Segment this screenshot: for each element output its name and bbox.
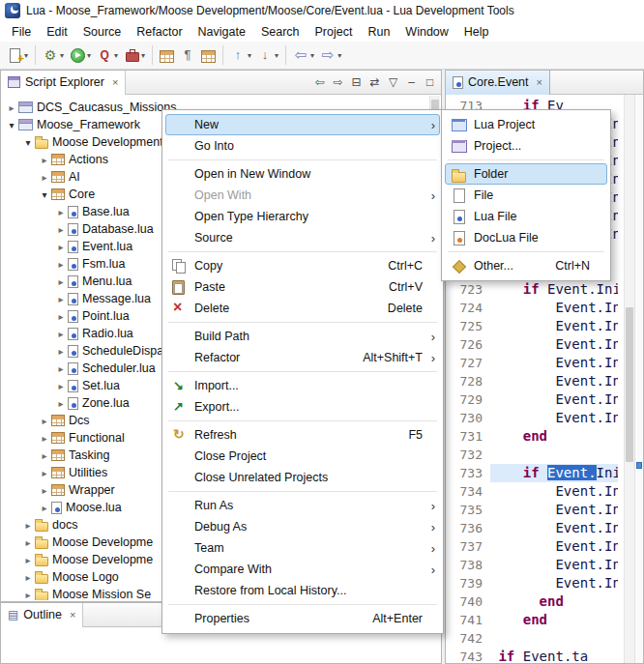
show-whitespace-button[interactable] bbox=[177, 43, 198, 67]
new-submenu-item-folder[interactable]: Folder bbox=[445, 163, 607, 185]
expand-arrow-icon[interactable]: ▸ bbox=[22, 555, 34, 565]
tab-core-event[interactable]: Core.Event × bbox=[446, 71, 550, 95]
code-line[interactable]: 733 if Event.IniObjectCategory bbox=[446, 464, 624, 482]
previous-annotation-button[interactable]: ▾ bbox=[227, 43, 254, 67]
context-menu-item-delete[interactable]: DeleteDelete bbox=[165, 298, 440, 319]
editor-scrollbar[interactable] bbox=[624, 95, 634, 663]
expand-arrow-icon[interactable]: ▸ bbox=[39, 416, 50, 426]
context-menu-item-run-as[interactable]: Run As› bbox=[165, 495, 440, 516]
context-menu-item-source[interactable]: Source› bbox=[165, 227, 440, 248]
expand-arrow-icon[interactable]: ▸ bbox=[22, 590, 34, 600]
debug-button[interactable]: ▾ bbox=[40, 43, 67, 67]
expand-arrow-icon[interactable]: ▸ bbox=[22, 572, 34, 583]
code-line[interactable]: 732 bbox=[446, 446, 624, 464]
code-line[interactable]: 743 if Event.ta bbox=[446, 648, 624, 663]
back-icon[interactable]: ⇦ bbox=[310, 73, 329, 91]
code-line[interactable]: 729 Event.IniGroup bbox=[446, 390, 624, 409]
code-line[interactable]: 736 Event.IniUnit bbox=[446, 519, 624, 537]
code-line[interactable]: 735 Event.IniUnitName bbox=[446, 501, 624, 519]
run-button[interactable]: ▾ bbox=[67, 43, 94, 67]
new-wizard-button[interactable]: ▾ bbox=[4, 43, 31, 67]
expand-arrow-icon[interactable]: ▸ bbox=[55, 224, 67, 235]
new-submenu-item-lua-project[interactable]: Lua Project bbox=[445, 114, 607, 135]
code-line[interactable]: 728 Event.IniGroupName bbox=[446, 372, 624, 390]
table-view-1-button[interactable] bbox=[157, 43, 177, 67]
collapse-arrow-icon[interactable]: ▾ bbox=[39, 189, 50, 200]
context-menu-item-refactor[interactable]: RefactorAlt+Shift+T› bbox=[165, 347, 440, 368]
context-menu-item-properties[interactable]: PropertiesAlt+Enter bbox=[165, 608, 440, 629]
menu-help[interactable]: Help bbox=[456, 23, 497, 41]
code-line[interactable]: 723 if Event.IniObjectCategory bbox=[446, 280, 624, 299]
back-history-button[interactable]: ▾ bbox=[290, 43, 317, 67]
tab-outline[interactable]: ▤ Outline × bbox=[1, 603, 83, 627]
new-submenu-item-file[interactable]: File bbox=[445, 185, 607, 206]
new-submenu-item-project[interactable]: Project... bbox=[445, 135, 607, 157]
menu-edit[interactable]: Edit bbox=[39, 23, 75, 41]
expand-arrow-icon[interactable]: ▸ bbox=[55, 311, 67, 322]
code-line[interactable]: 734 Event.IniDCSUnitName bbox=[446, 482, 624, 501]
context-menu-item-export[interactable]: Export... bbox=[165, 396, 440, 418]
context-menu-item-refresh[interactable]: RefreshF5 bbox=[165, 424, 440, 446]
expand-arrow-icon[interactable]: ▸ bbox=[55, 381, 67, 391]
menu-run[interactable]: Run bbox=[360, 23, 397, 41]
code-line[interactable]: 741 end bbox=[446, 611, 624, 629]
annotation-marker[interactable] bbox=[636, 462, 642, 469]
expand-arrow-icon[interactable]: ▸ bbox=[39, 155, 50, 165]
expand-arrow-icon[interactable]: ▸ bbox=[55, 329, 67, 339]
code-line[interactable]: 725 Event.IniUnitName bbox=[446, 317, 624, 335]
forward-history-button[interactable]: ▾ bbox=[317, 43, 344, 67]
code-line[interactable]: 731 end bbox=[446, 427, 624, 446]
new-submenu-item-other[interactable]: Other...Ctrl+N bbox=[445, 255, 607, 276]
code-line[interactable]: 739 Event.IniGroup bbox=[446, 574, 624, 592]
menu-refactor[interactable]: Refactor bbox=[129, 23, 190, 41]
context-menu-item-import[interactable]: Import... bbox=[165, 375, 440, 396]
new-submenu-item-lua-file[interactable]: Lua File bbox=[445, 206, 607, 227]
menu-search[interactable]: Search bbox=[253, 23, 307, 41]
collapse-arrow-icon[interactable]: ▾ bbox=[6, 120, 17, 130]
view-menu-icon[interactable]: ▽ bbox=[384, 73, 402, 91]
table-view-2-button[interactable] bbox=[198, 43, 219, 67]
expand-arrow-icon[interactable]: ▸ bbox=[39, 433, 50, 444]
context-menu-item-copy[interactable]: CopyCtrl+C bbox=[165, 255, 440, 276]
context-menu-item-new[interactable]: New› bbox=[165, 114, 440, 135]
menu-window[interactable]: Window bbox=[397, 23, 455, 41]
context-menu-item-go-into[interactable]: Go Into bbox=[165, 135, 440, 157]
code-line[interactable]: 742 bbox=[446, 629, 624, 648]
context-menu-item-open-in-new-window[interactable]: Open in New Window bbox=[165, 163, 440, 185]
tab-script-explorer[interactable]: Script Explorer × bbox=[1, 71, 126, 95]
context-menu-item-restore-from-local-history[interactable]: Restore from Local History... bbox=[165, 580, 440, 601]
expand-arrow-icon[interactable]: ▸ bbox=[39, 450, 50, 461]
expand-arrow-icon[interactable]: ▸ bbox=[22, 520, 34, 531]
expand-arrow-icon[interactable]: ▸ bbox=[55, 207, 67, 217]
expand-arrow-icon[interactable]: ▸ bbox=[39, 485, 50, 496]
context-menu-item-open-type-hierarchy[interactable]: Open Type Hierarchy bbox=[165, 206, 440, 227]
expand-arrow-icon[interactable]: ▸ bbox=[55, 276, 67, 287]
expand-arrow-icon[interactable]: ▸ bbox=[39, 468, 50, 478]
code-line[interactable]: 726 Event.IniUnit bbox=[446, 335, 624, 354]
context-menu-item-close-unrelated-projects[interactable]: Close Unrelated Projects bbox=[165, 467, 440, 488]
expand-arrow-icon[interactable]: ▸ bbox=[22, 537, 34, 548]
expand-arrow-icon[interactable]: ▸ bbox=[55, 242, 67, 252]
code-line[interactable]: 737 Event.IniDCSGroupName bbox=[446, 537, 624, 556]
code-line[interactable]: 730 Event.IniPlayerName bbox=[446, 409, 624, 427]
context-menu-item-paste[interactable]: PasteCtrl+V bbox=[165, 276, 440, 298]
code-line[interactable]: 724 Event.IniDCSUnitName bbox=[446, 299, 624, 317]
expand-arrow-icon[interactable]: ▸ bbox=[39, 503, 50, 513]
coverage-button[interactable]: ▾ bbox=[94, 43, 121, 67]
expand-arrow-icon[interactable]: ▸ bbox=[6, 102, 17, 113]
link-with-editor-icon[interactable]: ⇄ bbox=[366, 73, 384, 91]
editor-scrollbar-thumb[interactable] bbox=[626, 307, 633, 462]
context-menu-item-close-project[interactable]: Close Project bbox=[165, 446, 440, 467]
context-menu-item-team[interactable]: Team› bbox=[165, 537, 440, 559]
menu-project[interactable]: Project bbox=[307, 23, 361, 41]
expand-arrow-icon[interactable]: ▸ bbox=[55, 363, 67, 374]
menu-source[interactable]: Source bbox=[75, 23, 130, 41]
collapse-arrow-icon[interactable]: ▾ bbox=[22, 137, 34, 148]
next-annotation-button[interactable]: ▾ bbox=[254, 43, 281, 67]
context-menu-item-debug-as[interactable]: Debug As› bbox=[165, 516, 440, 537]
code-line[interactable]: 738 Event.IniGroupName bbox=[446, 556, 624, 574]
forward-icon[interactable]: ⇨ bbox=[329, 73, 347, 91]
context-menu-item-build-path[interactable]: Build Path› bbox=[165, 326, 440, 347]
close-icon[interactable]: × bbox=[70, 609, 75, 621]
expand-arrow-icon[interactable]: ▸ bbox=[55, 346, 67, 357]
